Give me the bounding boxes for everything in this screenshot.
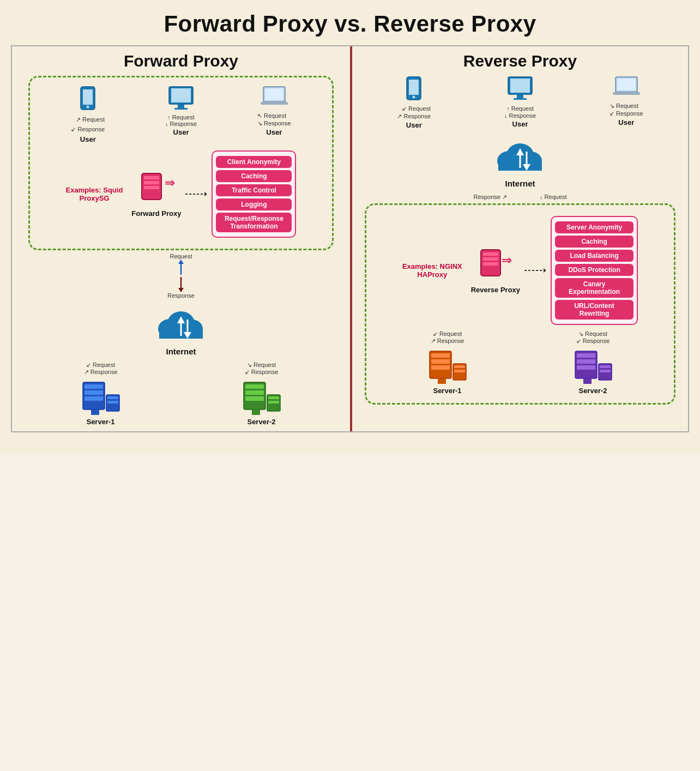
svg-rect-66 xyxy=(483,262,498,266)
svg-rect-53 xyxy=(617,79,636,91)
fp-internet-label: Internet xyxy=(166,347,196,356)
fp-server1: Server-1 xyxy=(80,381,121,426)
fp-down-arrow xyxy=(176,276,186,292)
fp-server1-label: Server-1 xyxy=(86,418,114,426)
fp-server2-label: Server-2 xyxy=(247,418,275,426)
svg-rect-1 xyxy=(83,89,93,105)
svg-rect-84 xyxy=(600,365,611,368)
svg-rect-79 xyxy=(577,353,595,358)
svg-rect-6 xyxy=(174,108,188,110)
rp-feature-3: DDoS Protection xyxy=(555,264,633,276)
main-title: Forward Proxy vs. Reverse Proxy xyxy=(164,0,536,45)
phone-icon xyxy=(77,86,98,113)
rp-server1-label: Server-1 xyxy=(433,387,461,395)
fp-res-down-label: Response xyxy=(167,292,195,299)
rp-feature-0: Server Anonymity xyxy=(555,221,633,233)
fp-feature-2: Traffic Control xyxy=(216,184,292,196)
rp-req-res-labels: Response ↗ ↓ Request xyxy=(360,194,680,201)
fp-res3: ↘ Response xyxy=(257,120,291,127)
fp-user1: ↗ Request ↙ Response User xyxy=(71,86,105,143)
fp-proxy-internet-arrows: Request Response xyxy=(167,253,195,299)
fp-cloud-icon xyxy=(154,304,208,345)
fp-server1-icon xyxy=(80,381,121,417)
rp-feature-4: Canary Experimentation xyxy=(555,278,633,298)
fp-res2: ↓ Response xyxy=(165,121,197,127)
rp-user3-label: User xyxy=(618,118,634,127)
rp-dotted-arrow-icon xyxy=(524,268,546,273)
fp-users-row: ↗ Request ↙ Response User xyxy=(41,86,321,143)
rp-proxy-icon-block: ⇒ Reverse Proxy xyxy=(471,247,520,294)
laptop-icon xyxy=(261,86,288,110)
rp-server-arrows: ↙ Request ↗ Response ↘ Request ↙ Respons… xyxy=(375,330,666,345)
svg-rect-30 xyxy=(85,384,103,389)
page: Forward Proxy vs. Reverse Proxy Forward … xyxy=(0,0,700,454)
rp-res-label-left: Response ↗ xyxy=(473,194,507,201)
fp-user3-label: User xyxy=(266,128,282,136)
svg-rect-9 xyxy=(261,102,288,105)
rp-servers-row: Server-1 xyxy=(375,350,666,395)
content-area: Forward Proxy xyxy=(11,45,689,432)
svg-rect-81 xyxy=(577,365,595,370)
fp-req-label-up: Request xyxy=(170,253,192,260)
svg-rect-44 xyxy=(268,401,279,403)
rp-req1: ↙ Request xyxy=(402,105,431,112)
svg-point-2 xyxy=(87,106,89,109)
fp-feature-3: Logging xyxy=(216,198,292,210)
rp-req3: ↘ Request xyxy=(610,103,638,110)
fp-req2: ↑ Request xyxy=(167,114,195,121)
fp-user2: ↑ Request ↓ Response User xyxy=(165,86,197,143)
fp-server2-icon xyxy=(241,381,282,417)
dotted-arrow-icon xyxy=(185,191,207,197)
rp-s1-arrows: ↙ Request ↗ Response xyxy=(431,330,464,345)
fp-res1: ↙ Response xyxy=(71,125,105,135)
rp-s2-arrows: ↘ Request ↙ Response xyxy=(576,330,610,345)
rp-examples: Examples: NGINX HAProxy xyxy=(402,262,462,279)
fp-proxy-row: Examples: Squid ProxySG xyxy=(41,150,321,238)
fp-proxy-icon: ⇒ xyxy=(137,171,176,206)
monitor-icon xyxy=(167,86,195,113)
svg-rect-85 xyxy=(600,370,611,372)
fp-features-box: Client Anonymity Caching Traffic Control… xyxy=(212,150,296,238)
forward-proxy-section: Forward Proxy xyxy=(12,46,350,431)
rp-feature-1: Caching xyxy=(555,236,633,248)
svg-rect-71 xyxy=(431,353,450,358)
svg-rect-5 xyxy=(178,104,184,108)
fp-proxy-icon-block: ⇒ Forward Proxy xyxy=(131,171,181,218)
rp-server2-label: Server-2 xyxy=(578,387,607,395)
svg-point-47 xyxy=(413,96,415,99)
svg-rect-64 xyxy=(483,252,498,256)
fp-req1: ↗ Request xyxy=(76,115,105,125)
rp-res2: ↓ Response xyxy=(504,112,536,119)
svg-marker-20 xyxy=(178,288,184,292)
svg-rect-49 xyxy=(510,79,530,93)
rp-user2-label: User xyxy=(512,120,528,128)
fp-server-arrows: ↙ Request ↗ Response ↘ Request ↙ Respons… xyxy=(20,362,342,376)
rp-req-label-right: ↓ Request xyxy=(540,194,567,201)
svg-rect-32 xyxy=(85,396,103,401)
rp-dotted-arrow xyxy=(524,268,546,273)
svg-rect-33 xyxy=(91,409,99,415)
svg-rect-38 xyxy=(245,384,264,389)
rp-users-row: ↙ Request ↗ Response User xyxy=(360,76,680,129)
rp-section-title: Reverse Proxy xyxy=(463,52,577,70)
rp-server2-icon xyxy=(572,350,613,386)
rp-phone-icon xyxy=(403,76,424,103)
rp-proxy-row: Examples: NGINX HAProxy ⇒ Revers xyxy=(375,216,666,325)
svg-marker-69 xyxy=(544,268,546,273)
fp-section-title: Forward Proxy xyxy=(124,52,238,70)
rp-user2: ↑ Request ↓ Response User xyxy=(504,76,536,129)
svg-rect-4 xyxy=(171,88,191,103)
fp-req-up-label: Request xyxy=(170,253,192,260)
rp-user3: ↘ Request ↙ Response User xyxy=(610,76,643,129)
svg-rect-12 xyxy=(144,181,159,184)
fp-proxy-label: Forward Proxy xyxy=(131,209,181,218)
fp-feature-4: Request/Response Transformation xyxy=(216,213,292,232)
rp-internet-block: Internet xyxy=(493,136,547,188)
rp-laptop-icon xyxy=(613,76,640,100)
svg-rect-74 xyxy=(438,378,446,384)
rp-res1: ↗ Response xyxy=(397,113,431,120)
rp-proxy-icon: ⇒ xyxy=(476,247,515,282)
fp-user1-label: User xyxy=(80,135,96,143)
fp-user2-label: User xyxy=(173,128,189,136)
svg-rect-13 xyxy=(144,186,159,189)
